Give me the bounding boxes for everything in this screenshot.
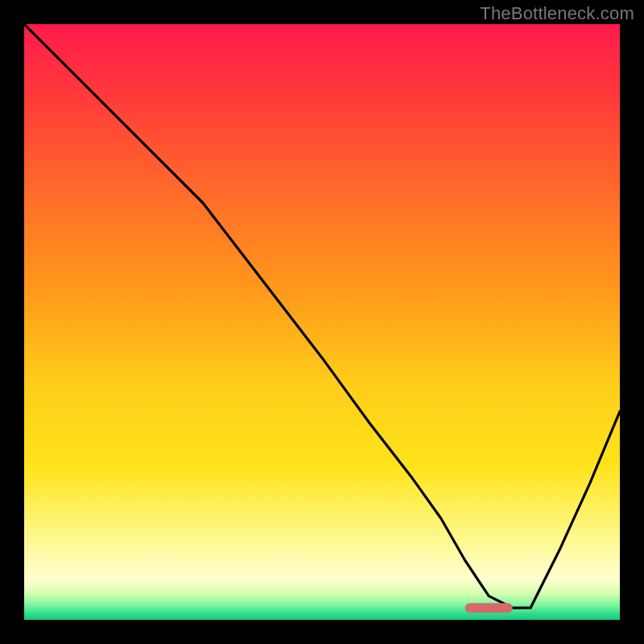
optimal-marker (465, 603, 513, 613)
watermark-text: TheBottleneck.com (480, 3, 634, 24)
chart-container (24, 24, 620, 620)
chart-svg (24, 24, 620, 620)
